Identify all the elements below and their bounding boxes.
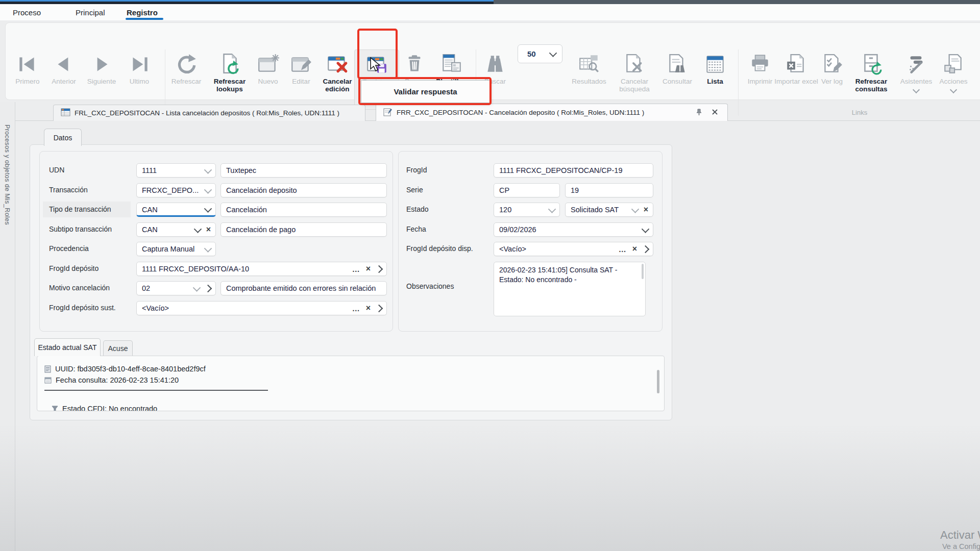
ribbon-button-label: Editar — [292, 78, 310, 85]
form-field-motivo-cancelacion[interactable]: Comprobante emitido con errores sin rela… — [220, 281, 387, 295]
ribbon-button-resultados[interactable]: Resultados — [567, 49, 611, 110]
doc-tab-cancelacion-deposito[interactable]: FRR_CXC_DEPOSITOCAN - Cancelación deposi… — [376, 104, 728, 121]
sat-status-text: Estado CFDI: No encontrado — [62, 405, 157, 411]
active-tab-underline — [126, 18, 163, 20]
doc-tab-lista-cancelacion[interactable]: FRL_CXC_DEPOSITOCAN - Lista cancelación … — [53, 105, 365, 121]
tab-estado-actual-sat[interactable]: Estado actual SAT — [34, 338, 101, 356]
form-label: Transacción — [49, 186, 88, 194]
field-value: Comprobante emitido con errores sin rela… — [226, 284, 376, 292]
field-value: CAN — [142, 206, 158, 214]
chevron-down-icon[interactable] — [193, 225, 202, 233]
form-field-frogid-deposito-disp[interactable]: <Vacío>…× — [494, 242, 653, 256]
form-field-tipo-de-transaccion[interactable]: Cancelación — [220, 203, 387, 217]
sat-status-text: UUID: fbd305f3-db10-4eff-8cae-8401bed2f9… — [55, 365, 206, 373]
doc-tab-title: FRR_CXC_DEPOSITOCAN - Cancelación deposi… — [397, 109, 644, 116]
ellipsis-icon[interactable]: … — [352, 305, 360, 312]
doc-binoculars-icon — [666, 49, 689, 76]
form-field-observaciones[interactable]: 2026-02-23 15:41:05] Consulta SAT - Esta… — [494, 262, 646, 316]
sat-status-box[interactable]: UUID: fbd305f3-db10-4eff-8cae-8401bed2f9… — [37, 356, 665, 411]
chevron-down-icon[interactable] — [548, 205, 556, 213]
form-label: Motivo cancelación — [49, 284, 110, 292]
ribbon-button-ver-log[interactable]: Ver log — [810, 49, 854, 110]
field-value: <Vacío> — [499, 245, 526, 253]
form-field-tipo-de-transaccion[interactable]: CAN — [136, 203, 216, 217]
field-value: 1111 FRCXC_DEPOSITO/AA-10 — [142, 265, 249, 273]
tab-datos[interactable]: Datos — [44, 129, 82, 146]
form-field-fecha[interactable]: 09/02/2026 — [494, 222, 653, 237]
ribbon-button-label: Consultar — [663, 78, 692, 85]
ribbon-button-label: Anterior — [52, 78, 76, 85]
ribbon-button-refrescar-consultas[interactable]: Refrescar consultas — [849, 49, 894, 110]
clear-icon[interactable]: × — [632, 245, 637, 253]
field-value: Cancelación de pago — [226, 226, 296, 234]
form-label: Fecha — [406, 225, 426, 233]
trash-icon — [403, 49, 426, 76]
funnel-icon — [52, 406, 58, 412]
ribbon-button-acciones[interactable]: Acciones — [931, 49, 976, 110]
tab-principal[interactable]: Principal — [76, 8, 105, 17]
chevron-down-icon[interactable] — [204, 205, 212, 213]
form-field-serie[interactable]: 19 — [565, 183, 653, 197]
page-size-select[interactable]: 50 — [518, 44, 562, 63]
form-field-subtipo-transaccion[interactable]: CAN× — [136, 222, 216, 237]
form-field-estado[interactable]: Solicitado SAT× — [565, 203, 653, 217]
sat-status-line: Estado CFDI: No encontrado — [52, 405, 157, 411]
chevron-right-icon[interactable] — [375, 265, 383, 273]
ribbon-button-cancelar-edicion[interactable]: Cancelar edición — [315, 49, 360, 110]
chevron-down-icon — [549, 49, 557, 57]
clear-icon[interactable]: × — [644, 206, 648, 214]
chevron-right-icon[interactable] — [642, 245, 650, 253]
chevron-down-icon[interactable] — [631, 205, 639, 213]
close-icon[interactable] — [712, 109, 718, 117]
separator-line — [44, 390, 268, 391]
form-field-transaccion[interactable]: FRCXC_DEPO... — [136, 183, 216, 197]
chevron-down-icon[interactable] — [642, 225, 650, 233]
ellipsis-icon[interactable]: … — [352, 265, 360, 273]
application-window: Proceso Principal Registro NavegaciónPri… — [0, 0, 980, 551]
form-field-subtipo-transaccion[interactable]: Cancelación de pago — [220, 222, 387, 237]
clear-icon[interactable]: × — [366, 304, 371, 312]
form-field-frogid[interactable]: 1111 FRCXC_DEPOSITOCAN/CP-19 — [494, 163, 653, 178]
form-field-udn[interactable]: Tuxtepec — [220, 163, 387, 178]
scrollbar-thumb[interactable] — [657, 370, 659, 393]
chevron-right-icon[interactable] — [204, 284, 212, 292]
field-value: 19 — [571, 186, 579, 194]
clear-icon[interactable]: × — [206, 226, 211, 234]
actions-icon — [942, 49, 965, 76]
form-field-motivo-cancelacion[interactable]: 02 — [136, 281, 216, 295]
cabinet-refresh-icon — [860, 49, 883, 76]
binoculars-icon — [483, 49, 507, 76]
sat-status-line: UUID: fbd305f3-db10-4eff-8cae-8401bed2f9… — [44, 365, 206, 373]
form-field-transaccion[interactable]: Cancelación deposito — [220, 183, 387, 197]
pin-icon[interactable] — [695, 108, 703, 117]
chevron-down-icon[interactable] — [204, 244, 212, 253]
form-field-udn[interactable]: 1111 — [136, 163, 216, 178]
form-label: FrogId depósito — [49, 264, 99, 272]
field-value: CP — [499, 186, 509, 194]
form-field-serie[interactable]: CP — [494, 183, 560, 197]
chevron-right-icon[interactable] — [375, 304, 383, 312]
ribbon-button-ultimo[interactable]: Ultimo — [117, 49, 162, 110]
tab-proceso[interactable]: Proceso — [13, 8, 41, 17]
ellipsis-icon[interactable]: … — [619, 245, 627, 253]
printer-icon — [748, 49, 772, 76]
form-field-frogid-deposito[interactable]: 1111 FRCXC_DEPOSITO/AA-10…× — [136, 262, 387, 276]
scrollbar-thumb[interactable] — [642, 264, 644, 279]
ribbon-button-lista[interactable]: Lista — [693, 49, 738, 110]
form-field-procedencia[interactable]: Captura Manual — [136, 242, 216, 256]
field-value: FRCXC_DEPO... — [142, 186, 199, 194]
progress-strip — [0, 0, 494, 2]
context-menu-validar-respuesta[interactable]: Validar respuesta — [361, 80, 490, 103]
ribbon-button-refrescar[interactable]: Refrescar — [164, 49, 209, 110]
chevron-down-icon[interactable] — [204, 166, 212, 174]
form-field-frogid-deposito-sust[interactable]: <Vacío>…× — [136, 301, 387, 315]
ribbon-button-cancelar-busqueda[interactable]: Cancelar búsqueda — [612, 49, 657, 110]
ribbon-button-label: Nuevo — [258, 78, 278, 85]
tab-registro[interactable]: Registro — [127, 8, 158, 17]
form-field-estado[interactable]: 120 — [494, 203, 560, 217]
chevron-down-icon[interactable] — [204, 186, 212, 194]
clear-icon[interactable]: × — [366, 265, 371, 273]
ribbon-button-label: Cancelar edición — [315, 78, 360, 93]
tab-acuse[interactable]: Acuse — [103, 340, 133, 356]
chevron-down-icon[interactable] — [193, 284, 201, 292]
